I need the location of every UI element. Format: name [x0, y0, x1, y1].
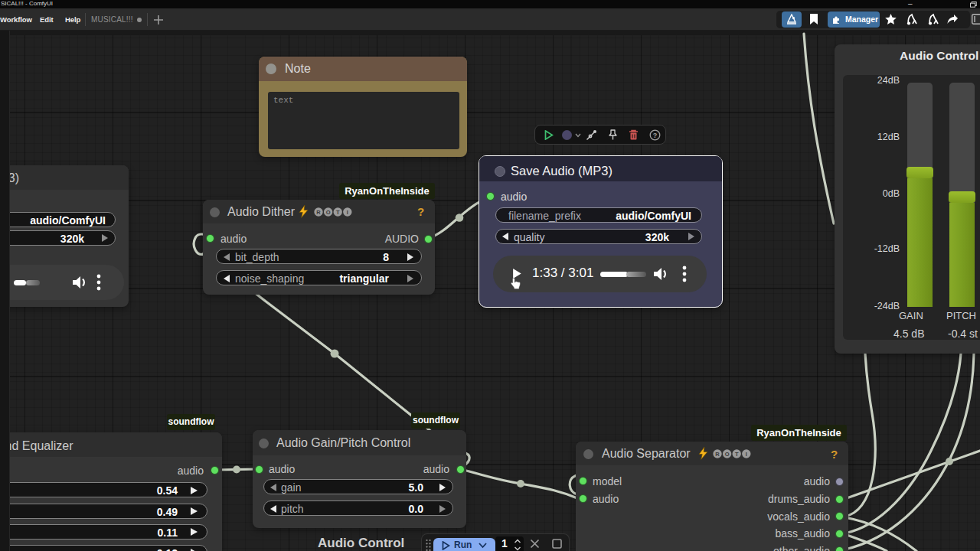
svg-text:O: O	[326, 209, 331, 216]
svg-text:R: R	[715, 451, 720, 458]
svg-text:R: R	[316, 209, 321, 216]
svg-text:I: I	[746, 451, 747, 458]
svg-text:I: I	[347, 209, 348, 216]
svg-text:?: ?	[653, 132, 658, 139]
svg-text:O: O	[725, 451, 730, 458]
svg-text:T: T	[336, 209, 340, 216]
svg-text:T: T	[735, 451, 739, 458]
